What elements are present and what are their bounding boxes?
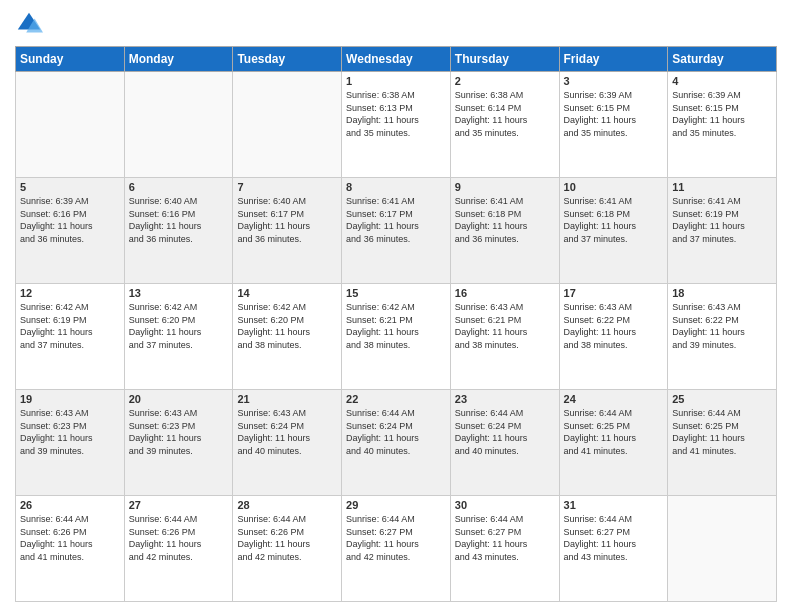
calendar-day-cell: 28Sunrise: 6:44 AMSunset: 6:26 PMDayligh… [233,496,342,602]
day-info: Sunrise: 6:43 AMSunset: 6:24 PMDaylight:… [237,407,337,457]
calendar-day-cell: 6Sunrise: 6:40 AMSunset: 6:16 PMDaylight… [124,178,233,284]
day-info: Sunrise: 6:44 AMSunset: 6:27 PMDaylight:… [564,513,664,563]
calendar-day-cell [668,496,777,602]
day-number: 26 [20,499,120,511]
calendar-day-cell: 31Sunrise: 6:44 AMSunset: 6:27 PMDayligh… [559,496,668,602]
calendar-day-cell: 30Sunrise: 6:44 AMSunset: 6:27 PMDayligh… [450,496,559,602]
day-number: 29 [346,499,446,511]
day-info: Sunrise: 6:39 AMSunset: 6:15 PMDaylight:… [672,89,772,139]
day-info: Sunrise: 6:41 AMSunset: 6:19 PMDaylight:… [672,195,772,245]
calendar-day-cell: 23Sunrise: 6:44 AMSunset: 6:24 PMDayligh… [450,390,559,496]
calendar-day-cell: 9Sunrise: 6:41 AMSunset: 6:18 PMDaylight… [450,178,559,284]
calendar-day-cell: 10Sunrise: 6:41 AMSunset: 6:18 PMDayligh… [559,178,668,284]
calendar: SundayMondayTuesdayWednesdayThursdayFrid… [15,46,777,602]
day-info: Sunrise: 6:39 AMSunset: 6:16 PMDaylight:… [20,195,120,245]
calendar-day-cell: 1Sunrise: 6:38 AMSunset: 6:13 PMDaylight… [342,72,451,178]
day-info: Sunrise: 6:44 AMSunset: 6:27 PMDaylight:… [346,513,446,563]
day-info: Sunrise: 6:39 AMSunset: 6:15 PMDaylight:… [564,89,664,139]
calendar-day-cell: 2Sunrise: 6:38 AMSunset: 6:14 PMDaylight… [450,72,559,178]
day-number: 7 [237,181,337,193]
day-number: 28 [237,499,337,511]
calendar-day-cell: 11Sunrise: 6:41 AMSunset: 6:19 PMDayligh… [668,178,777,284]
calendar-day-cell: 25Sunrise: 6:44 AMSunset: 6:25 PMDayligh… [668,390,777,496]
calendar-day-cell: 24Sunrise: 6:44 AMSunset: 6:25 PMDayligh… [559,390,668,496]
calendar-day-cell: 26Sunrise: 6:44 AMSunset: 6:26 PMDayligh… [16,496,125,602]
logo [15,10,47,38]
day-number: 14 [237,287,337,299]
day-number: 1 [346,75,446,87]
calendar-day-cell: 14Sunrise: 6:42 AMSunset: 6:20 PMDayligh… [233,284,342,390]
day-number: 12 [20,287,120,299]
day-info: Sunrise: 6:44 AMSunset: 6:27 PMDaylight:… [455,513,555,563]
day-number: 13 [129,287,229,299]
day-info: Sunrise: 6:43 AMSunset: 6:23 PMDaylight:… [20,407,120,457]
day-info: Sunrise: 6:41 AMSunset: 6:18 PMDaylight:… [564,195,664,245]
calendar-day-cell: 17Sunrise: 6:43 AMSunset: 6:22 PMDayligh… [559,284,668,390]
day-number: 15 [346,287,446,299]
day-info: Sunrise: 6:44 AMSunset: 6:26 PMDaylight:… [237,513,337,563]
day-number: 2 [455,75,555,87]
day-of-week-header: Monday [124,47,233,72]
day-of-week-header: Sunday [16,47,125,72]
day-info: Sunrise: 6:42 AMSunset: 6:19 PMDaylight:… [20,301,120,351]
day-info: Sunrise: 6:44 AMSunset: 6:26 PMDaylight:… [129,513,229,563]
day-number: 3 [564,75,664,87]
day-number: 6 [129,181,229,193]
page: SundayMondayTuesdayWednesdayThursdayFrid… [0,0,792,612]
calendar-day-cell: 3Sunrise: 6:39 AMSunset: 6:15 PMDaylight… [559,72,668,178]
calendar-week-row: 1Sunrise: 6:38 AMSunset: 6:13 PMDaylight… [16,72,777,178]
day-number: 4 [672,75,772,87]
day-number: 22 [346,393,446,405]
day-number: 21 [237,393,337,405]
calendar-header-row: SundayMondayTuesdayWednesdayThursdayFrid… [16,47,777,72]
day-number: 9 [455,181,555,193]
calendar-week-row: 12Sunrise: 6:42 AMSunset: 6:19 PMDayligh… [16,284,777,390]
calendar-day-cell: 13Sunrise: 6:42 AMSunset: 6:20 PMDayligh… [124,284,233,390]
calendar-day-cell: 8Sunrise: 6:41 AMSunset: 6:17 PMDaylight… [342,178,451,284]
calendar-day-cell [16,72,125,178]
calendar-week-row: 5Sunrise: 6:39 AMSunset: 6:16 PMDaylight… [16,178,777,284]
day-info: Sunrise: 6:43 AMSunset: 6:22 PMDaylight:… [672,301,772,351]
day-number: 17 [564,287,664,299]
day-info: Sunrise: 6:44 AMSunset: 6:25 PMDaylight:… [564,407,664,457]
day-number: 5 [20,181,120,193]
header [15,10,777,38]
day-info: Sunrise: 6:43 AMSunset: 6:23 PMDaylight:… [129,407,229,457]
calendar-day-cell: 21Sunrise: 6:43 AMSunset: 6:24 PMDayligh… [233,390,342,496]
day-info: Sunrise: 6:40 AMSunset: 6:17 PMDaylight:… [237,195,337,245]
calendar-day-cell: 19Sunrise: 6:43 AMSunset: 6:23 PMDayligh… [16,390,125,496]
day-number: 16 [455,287,555,299]
calendar-day-cell [124,72,233,178]
day-of-week-header: Tuesday [233,47,342,72]
calendar-week-row: 19Sunrise: 6:43 AMSunset: 6:23 PMDayligh… [16,390,777,496]
day-info: Sunrise: 6:42 AMSunset: 6:20 PMDaylight:… [237,301,337,351]
day-info: Sunrise: 6:38 AMSunset: 6:14 PMDaylight:… [455,89,555,139]
day-of-week-header: Thursday [450,47,559,72]
day-number: 10 [564,181,664,193]
day-info: Sunrise: 6:38 AMSunset: 6:13 PMDaylight:… [346,89,446,139]
day-info: Sunrise: 6:43 AMSunset: 6:21 PMDaylight:… [455,301,555,351]
day-number: 18 [672,287,772,299]
day-number: 30 [455,499,555,511]
day-info: Sunrise: 6:41 AMSunset: 6:18 PMDaylight:… [455,195,555,245]
calendar-day-cell: 18Sunrise: 6:43 AMSunset: 6:22 PMDayligh… [668,284,777,390]
day-number: 24 [564,393,664,405]
day-info: Sunrise: 6:41 AMSunset: 6:17 PMDaylight:… [346,195,446,245]
day-info: Sunrise: 6:42 AMSunset: 6:21 PMDaylight:… [346,301,446,351]
day-number: 31 [564,499,664,511]
calendar-day-cell [233,72,342,178]
day-number: 20 [129,393,229,405]
calendar-day-cell: 7Sunrise: 6:40 AMSunset: 6:17 PMDaylight… [233,178,342,284]
day-number: 8 [346,181,446,193]
calendar-day-cell: 27Sunrise: 6:44 AMSunset: 6:26 PMDayligh… [124,496,233,602]
day-info: Sunrise: 6:42 AMSunset: 6:20 PMDaylight:… [129,301,229,351]
day-number: 23 [455,393,555,405]
day-of-week-header: Friday [559,47,668,72]
calendar-day-cell: 15Sunrise: 6:42 AMSunset: 6:21 PMDayligh… [342,284,451,390]
calendar-day-cell: 16Sunrise: 6:43 AMSunset: 6:21 PMDayligh… [450,284,559,390]
day-info: Sunrise: 6:44 AMSunset: 6:24 PMDaylight:… [455,407,555,457]
calendar-day-cell: 22Sunrise: 6:44 AMSunset: 6:24 PMDayligh… [342,390,451,496]
day-info: Sunrise: 6:44 AMSunset: 6:24 PMDaylight:… [346,407,446,457]
calendar-day-cell: 12Sunrise: 6:42 AMSunset: 6:19 PMDayligh… [16,284,125,390]
logo-icon [15,10,43,38]
